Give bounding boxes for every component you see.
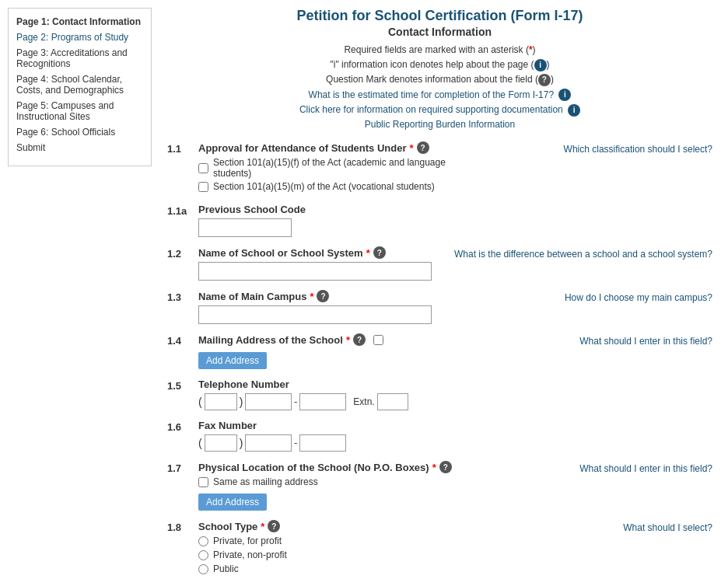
field-1-7-content: Physical Location of the School (No P.O.… xyxy=(198,461,479,511)
field-1-2-help-icon[interactable]: ? xyxy=(373,246,386,259)
field-1-4-row: 1.4 Mailing Address of the School * ? Ad… xyxy=(167,333,712,369)
supporting-doc-info-icon[interactable]: i xyxy=(568,104,580,117)
field-1-5-label: Telephone Number xyxy=(198,378,712,390)
page-header: Petition for School Certification (Form … xyxy=(167,8,712,132)
field-1-2-content: Name of School or School System * ? xyxy=(198,246,454,281)
info-icon[interactable]: i xyxy=(534,59,547,72)
field-1-8-help-icon[interactable]: ? xyxy=(268,520,280,532)
sidebar-item-page4[interactable]: Page 4: School Calendar, Costs, and Demo… xyxy=(16,74,143,96)
sidebar-item-page2[interactable]: Page 2: Programs of Study xyxy=(16,32,143,43)
estimated-time-info-icon[interactable]: i xyxy=(558,89,571,101)
sidebar-item-submit[interactable]: Submit xyxy=(16,142,143,153)
page-title: Petition for School Certification (Form … xyxy=(167,8,712,24)
field-1-1-number: 1.1 xyxy=(167,141,198,155)
field-1-3-content: Name of Main Campus * ? xyxy=(198,290,479,324)
field-1-6-number: 1.6 xyxy=(167,420,198,433)
field-1-4-help-icon[interactable]: ? xyxy=(353,333,366,346)
field-1-5-number[interactable] xyxy=(299,393,346,410)
field-1-1a-label: Previous School Code xyxy=(198,204,712,215)
field-1-1-help-link[interactable]: Which classification should I select? xyxy=(564,142,712,155)
field-1-7-row: 1.7 Physical Location of the School (No … xyxy=(167,461,712,511)
sidebar-item-page5[interactable]: Page 5: Campuses and Instructional Sites xyxy=(16,100,143,122)
field-1-8-row: 1.8 School Type * ? Private, for profit … xyxy=(167,520,712,577)
field-1-1-option1-checkbox[interactable] xyxy=(198,163,208,173)
field-1-1a-content: Previous School Code xyxy=(198,204,712,237)
public-reporting-link[interactable]: Public Reporting Burden Information xyxy=(365,119,515,130)
main-layout: Page 1: Contact Information Page 2: Prog… xyxy=(0,0,728,586)
field-1-7-number: 1.7 xyxy=(167,461,198,474)
field-1-7-help-icon[interactable]: ? xyxy=(439,461,452,473)
field-1-7-right: What should I enter in this field? xyxy=(479,461,712,474)
field-1-1a-row: 1.1a Previous School Code xyxy=(167,204,712,237)
field-1-4-number: 1.4 xyxy=(167,333,198,347)
fax-dash: - xyxy=(294,438,297,448)
field-1-5-number: 1.5 xyxy=(167,378,198,392)
field-1-3-input[interactable] xyxy=(198,305,432,324)
field-1-8-right: What should I select? xyxy=(479,520,712,533)
field-1-2-row: 1.2 Name of School or School System * ? … xyxy=(167,246,712,281)
phone-dash: - xyxy=(294,396,297,407)
field-1-7-label: Physical Location of the School (No P.O.… xyxy=(198,461,479,473)
field-1-5-phone-group: ( ) - Extn. xyxy=(198,393,712,410)
field-1-6-area-code[interactable] xyxy=(205,434,237,452)
field-1-8-help-link[interactable]: What should I select? xyxy=(623,521,712,533)
field-1-4-content: Mailing Address of the School * ? Add Ad… xyxy=(198,333,479,369)
field-1-3-right: How do I choose my main campus? xyxy=(479,290,712,303)
field-1-2-label: Name of School or School System * ? xyxy=(198,246,454,259)
field-1-1-help-icon[interactable]: ? xyxy=(417,141,429,154)
field-1-5-content: Telephone Number ( ) - Extn. xyxy=(198,378,712,410)
field-1-1-option2-row: Section 101(a)(15)(m) of the Act (vocati… xyxy=(198,181,479,192)
field-1-2-required: * xyxy=(366,247,370,259)
sidebar-item-page3[interactable]: Page 3: Accreditations and Recognitions xyxy=(16,47,143,69)
sidebar-item-page1[interactable]: Page 1: Contact Information xyxy=(16,16,143,27)
field-1-5-prefix[interactable] xyxy=(245,393,292,410)
field-1-1-option1-row: Section 101(a)(15)(f) of the Act (academ… xyxy=(198,157,479,179)
field-1-1-content: Approval for Attendance of Students Unde… xyxy=(198,141,479,194)
field-1-5-extn[interactable] xyxy=(377,393,408,410)
field-1-2-help-link[interactable]: What is the difference between a school … xyxy=(454,247,712,260)
field-1-8-option2-row: Private, non-profit xyxy=(198,549,479,560)
field-1-4-required: * xyxy=(346,334,350,346)
field-1-3-help-icon[interactable]: ? xyxy=(317,290,329,302)
field-1-7-add-address-button[interactable]: Add Address xyxy=(198,494,267,511)
field-1-1-option2-label: Section 101(a)(15)(m) of the Act (vocati… xyxy=(213,181,435,192)
supporting-doc-link-row: Click here for information on required s… xyxy=(167,103,712,117)
sidebar-item-page6[interactable]: Page 6: School Officials xyxy=(16,127,143,138)
info-icon-note: "i" information icon denotes help about … xyxy=(167,58,712,72)
supporting-doc-link[interactable]: Click here for information on required s… xyxy=(299,104,563,115)
field-1-8-number: 1.8 xyxy=(167,520,198,533)
field-1-7-same-as-checkbox[interactable] xyxy=(198,477,208,487)
field-1-3-help-link[interactable]: How do I choose my main campus? xyxy=(565,291,712,303)
sidebar: Page 1: Contact Information Page 2: Prog… xyxy=(8,8,152,166)
field-1-3-row: 1.3 Name of Main Campus * ? How do I cho… xyxy=(167,290,712,324)
field-1-8-option1-row: Private, for profit xyxy=(198,535,479,546)
field-1-7-help-link[interactable]: What should I enter in this field? xyxy=(579,462,712,474)
field-1-1-required: * xyxy=(409,142,413,154)
field-1-3-label: Name of Main Campus * ? xyxy=(198,290,479,302)
field-1-1a-input[interactable] xyxy=(198,218,292,237)
estimated-time-link[interactable]: What is the estimated time for completio… xyxy=(309,89,554,100)
question-mark-icon[interactable]: ? xyxy=(538,74,551,86)
field-1-8-required: * xyxy=(261,521,264,532)
field-1-1-option2-checkbox[interactable] xyxy=(198,182,208,192)
field-1-1-label: Approval for Attendance of Students Unde… xyxy=(198,141,479,154)
field-1-6-number[interactable] xyxy=(299,434,346,452)
field-1-8-option2-radio[interactable] xyxy=(198,550,208,560)
field-1-4-help-link[interactable]: What should I enter in this field? xyxy=(579,334,712,347)
field-1-6-prefix[interactable] xyxy=(245,434,292,452)
field-1-5-area-code[interactable] xyxy=(205,393,237,410)
field-1-4-checkbox[interactable] xyxy=(373,335,383,345)
page-wrapper: Page 1: Contact Information Page 2: Prog… xyxy=(0,0,728,586)
field-1-1a-number: 1.1a xyxy=(167,204,198,217)
field-1-8-option3-radio[interactable] xyxy=(198,564,208,574)
fax-open-paren: ( xyxy=(198,437,202,449)
field-1-6-content: Fax Number ( ) - xyxy=(198,420,712,452)
field-1-8-option1-radio[interactable] xyxy=(198,536,208,546)
field-1-6-label: Fax Number xyxy=(198,420,712,431)
phone-close-paren: ) xyxy=(240,396,243,408)
field-1-8-content: School Type * ? Private, for profit Priv… xyxy=(198,520,479,577)
field-1-2-input[interactable] xyxy=(198,262,432,281)
field-1-8-option2-label: Private, non-profit xyxy=(213,549,287,560)
extn-label: Extn. xyxy=(353,396,374,407)
field-1-4-add-address-button[interactable]: Add Address xyxy=(198,352,267,369)
